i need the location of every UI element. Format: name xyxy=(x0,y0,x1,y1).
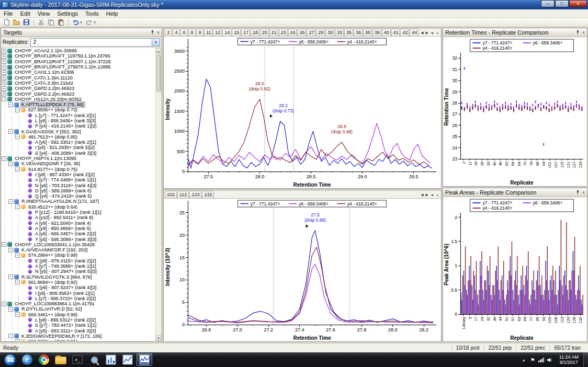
protein-row[interactable]: −CHOYP_LOC100633041.1.1|m.35428 xyxy=(2,242,155,247)
show-desktop-button[interactable] xyxy=(583,352,588,367)
expand-toggle[interactable]: + xyxy=(15,339,20,341)
taskbar-chrome-icon[interactable] xyxy=(36,353,52,366)
protein-row[interactable]: +CHOYP_G6PD.2.2|m.46923 xyxy=(2,86,155,91)
open-folder-icon[interactable] xyxy=(12,18,21,27)
precursor-row[interactable]: −574.2964++ (dotp 0.99) xyxy=(2,253,155,258)
replicate-tab-15[interactable]: 15 xyxy=(232,29,241,36)
replicate-tab-39[interactable]: 39 xyxy=(372,29,381,36)
expand-toggle[interactable]: − xyxy=(15,167,20,171)
menu-settings[interactable]: Settings xyxy=(53,10,82,17)
transition-row[interactable]: I [y8] - 887.4330+ (rank 2)[2] xyxy=(2,172,155,177)
top-chromatogram-canvas[interactable]: 27.528.028.529.029.505001000150020002500… xyxy=(164,37,441,188)
replicate-tab-41[interactable]: 41 xyxy=(391,29,400,36)
replicate-tab-42[interactable]: 42 xyxy=(400,29,409,36)
replicate-tab-17[interactable]: 17 xyxy=(241,29,250,36)
transition-row[interactable]: A [y7] - 774.3489+ (rank 1)[1] xyxy=(2,177,155,182)
expand-toggle[interactable]: − xyxy=(15,280,20,284)
pin-icon[interactable] xyxy=(150,30,155,36)
copy-icon[interactable] xyxy=(47,18,55,27)
replicate-tab-12[interactable]: 12 xyxy=(213,29,222,36)
menu-view[interactable]: View xyxy=(34,10,54,17)
transition-row[interactable]: A [y6] - 666.3457+ (rank 2)[2] xyxy=(2,231,155,236)
replicate-tab-102[interactable]: 102 xyxy=(165,191,177,198)
taskbar-console-icon[interactable]: >_ xyxy=(70,353,85,366)
transition-row[interactable]: P [y4] - 416.2140+ (rank 1)[2] xyxy=(2,123,155,129)
minimize-button[interactable]: — xyxy=(541,0,555,7)
redo-icon[interactable]: ▼ xyxy=(85,18,97,27)
tab-menu-icon[interactable]: ▼ xyxy=(431,31,434,35)
clock[interactable]: 11:24 AM 9/1/2017 xyxy=(559,354,579,365)
targets-scrollbar[interactable]: ▲ ▼ xyxy=(155,48,161,341)
expand-toggle[interactable]: − xyxy=(2,302,6,306)
maximize-button[interactable]: □ xyxy=(555,0,569,7)
expand-toggle[interactable]: + xyxy=(2,75,6,80)
replicate-tab-36[interactable]: 36 xyxy=(354,29,363,36)
expand-toggle[interactable]: − xyxy=(8,102,13,107)
taskbar-skyline-icon[interactable] xyxy=(137,353,152,366)
expand-toggle[interactable]: − xyxy=(8,162,13,166)
replicates-combobox[interactable]: 2 ▼ xyxy=(30,38,160,47)
protein-row[interactable]: −CHOYP_HSP74.1.1|m.13095 xyxy=(2,156,155,161)
close-button[interactable]: × xyxy=(569,0,587,7)
transition-row[interactable]: A [y9] - 921.5040+ (rank 4) xyxy=(2,221,155,226)
expand-toggle[interactable]: − xyxy=(8,307,13,312)
precursor-row[interactable]: −830.4512++ (dotp 0.64) xyxy=(2,204,155,210)
scrollbar-thumb[interactable] xyxy=(156,55,161,91)
replicate-tab-35[interactable]: 35 xyxy=(344,29,353,36)
replicate-tab-132[interactable]: 132 xyxy=(202,191,214,198)
transition-row[interactable]: N [y6] - 703.3118+ (rank 4)[3] xyxy=(2,182,155,188)
expand-toggle[interactable]: − xyxy=(8,199,13,204)
expand-toggle[interactable]: + xyxy=(2,54,6,59)
action-center-flag-icon[interactable]: ⚑ xyxy=(530,357,535,363)
replicate-tab-112[interactable]: 112 xyxy=(177,191,189,198)
expand-toggle[interactable]: + xyxy=(2,91,6,96)
transition-row[interactable]: V [y9] - 907.5247+ (rank 4)[3] xyxy=(2,285,155,290)
taskbar-chart-app-1-icon[interactable] xyxy=(103,353,119,366)
expand-toggle[interactable]: − xyxy=(2,242,6,247)
close-panel-icon[interactable]: × xyxy=(582,30,585,35)
transition-row[interactable]: A [y10] - 992.5411+ (rank 8) xyxy=(2,215,155,220)
close-panel-icon[interactable]: × xyxy=(582,190,585,195)
menu-help[interactable]: Help xyxy=(103,10,122,17)
transition-row[interactable]: Q [y4] - 474.2419+ (rank 5) xyxy=(2,193,155,199)
replicate-tab-18[interactable]: 18 xyxy=(251,29,259,36)
protein-row[interactable]: +CHOYP_ACAA2.1.1|m.30666 xyxy=(2,48,155,53)
expand-toggle[interactable]: − xyxy=(15,134,20,139)
protein-row[interactable]: −CHOYP_HS12A.25.33|m.60352 xyxy=(2,97,155,102)
menu-edit[interactable]: Edit xyxy=(17,10,34,17)
expand-toggle[interactable]: − xyxy=(8,274,13,279)
taskbar-internet-explorer-icon[interactable]: e xyxy=(19,353,35,366)
combo-dropdown-icon[interactable]: ▼ xyxy=(152,39,160,46)
peptide-row[interactable]: −K.APTTLLLEPDGK.F [75, 86] xyxy=(2,102,155,107)
taskbar-search-icon[interactable] xyxy=(86,353,102,366)
targets-tree[interactable]: +CHOYP_ACAA2.1.1|m.30666+CHOYP_BRAFLDRAF… xyxy=(2,48,155,341)
replicate-tab-24[interactable]: 24 xyxy=(288,29,297,36)
expand-toggle[interactable]: + xyxy=(2,70,6,75)
close-panel-icon[interactable]: × xyxy=(157,30,160,35)
precursor-row[interactable]: −669.3461++ (dotp 0.98) xyxy=(2,312,155,317)
precursor-row[interactable]: +560.9392++ (dotp 0.91) xyxy=(2,339,155,341)
hidden-icons-arrow[interactable]: ▲ xyxy=(519,358,529,362)
expand-toggle[interactable]: + xyxy=(2,86,6,91)
scroll-down-icon[interactable]: ▼ xyxy=(156,335,161,341)
expand-toggle[interactable]: − xyxy=(15,253,20,258)
protein-row[interactable]: +CHOYP_G6PD.2.2|m.46923 xyxy=(2,91,155,96)
peptide-row[interactable]: −K.IEDGWGVEEPDEWLR.Y [172, 186] xyxy=(2,334,155,339)
expand-toggle[interactable]: − xyxy=(2,156,6,161)
volume-icon[interactable] xyxy=(547,358,553,362)
protein-row[interactable]: +CHOYP_CATA.1.3|m.11120 xyxy=(2,75,155,80)
replicate-tab-11[interactable]: 11 xyxy=(204,29,212,36)
replicate-tab-38[interactable]: 38 xyxy=(363,29,372,36)
tab-scroll-left-icon[interactable]: ◀ xyxy=(421,193,423,197)
tab-scroll-left-icon[interactable]: ◀ xyxy=(421,31,423,35)
close-graph-icon[interactable]: × xyxy=(436,193,438,197)
peptide-row[interactable]: −R.IINEPTAAALAYGLDK.N [172, 187] xyxy=(2,199,155,204)
tab-scroll-right-icon[interactable]: ▶ xyxy=(426,193,428,197)
transition-row[interactable]: I [y8] - 808.4563+ (rank 1)[1] xyxy=(2,290,155,295)
replicate-tab-44[interactable]: 44 xyxy=(410,29,419,36)
protein-row[interactable]: +CHOYP_BRAFLDRAFT_119759.1.1|m.23765 xyxy=(2,53,155,59)
peptide-row[interactable]: −K.GIAEAISSSK.Y [353, 362] xyxy=(2,129,155,134)
replicate-tab-123[interactable]: 123 xyxy=(189,191,201,198)
precursor-row[interactable]: −481.7613++ (dotp 0.85) xyxy=(2,134,155,140)
start-button[interactable] xyxy=(4,354,16,366)
